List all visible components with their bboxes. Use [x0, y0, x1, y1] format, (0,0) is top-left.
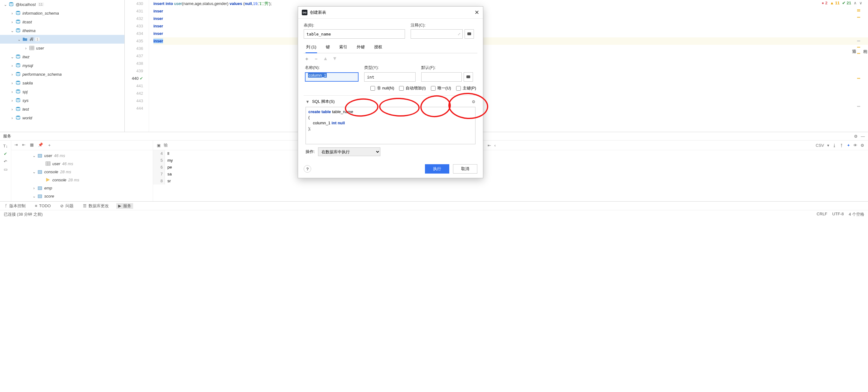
check-icon[interactable]: ✔ [4, 152, 7, 156]
svc-item-console[interactable]: ⌄console28 ms [11, 168, 153, 176]
services-tool[interactable]: ▶ 服务 [116, 203, 133, 209]
gear-icon[interactable]: ⚙ [861, 143, 864, 148]
svc-item-console[interactable]: console28 ms [11, 176, 153, 184]
move-up-button[interactable]: ▲ [323, 56, 328, 62]
action-select[interactable]: 在数据库中执行 [318, 148, 380, 156]
pin-icon[interactable]: 📌 [38, 142, 43, 148]
svg-rect-32 [46, 162, 50, 165]
column-type-input[interactable] [364, 72, 415, 81]
csv-label[interactable]: CSV [816, 143, 824, 148]
tree-item-sakila[interactable]: ›sakila [0, 78, 124, 87]
tree-item-itcast[interactable]: ›itcast [0, 18, 124, 26]
svg-point-19 [16, 81, 20, 82]
svg-point-13 [16, 55, 20, 56]
services-title: 服务 [3, 133, 11, 139]
chevron-down-icon[interactable]: ▼ [306, 99, 310, 104]
text-icon[interactable]: T↓ [3, 144, 7, 148]
svg-point-24 [16, 101, 20, 102]
default-preview-button[interactable] [464, 72, 473, 81]
svg-point-14 [16, 57, 20, 58]
auto-increment-checkbox[interactable]: 自动增加(I) [399, 86, 426, 91]
tree-item-spj[interactable]: ›spj [0, 87, 124, 96]
collapse-icon[interactable]: ⇤ [22, 142, 26, 148]
primary-key-checkbox[interactable]: 主键(P) [456, 86, 476, 91]
line-separator[interactable]: CRLF [816, 211, 827, 217]
tree-item-performance_schema[interactable]: ›performance_schema [0, 70, 124, 78]
expand-icon[interactable]: ⤢ [458, 32, 461, 36]
code-area[interactable]: insert into user(name,age,status,gender)… [149, 0, 868, 132]
sql-preview[interactable]: create table table_name ( column_1 int n… [306, 107, 475, 144]
tree-item-test[interactable]: ›test [0, 105, 124, 113]
tree-item-mysql[interactable]: ›mysql [0, 61, 124, 70]
close-icon[interactable]: ✕ [474, 9, 479, 16]
tree-item-itheima[interactable]: ⌄itheima [0, 26, 124, 35]
cancel-button[interactable]: 取消 [453, 164, 477, 173]
db-changes-tool[interactable]: ☰ 数据库更改 [81, 203, 111, 209]
gear-icon[interactable]: ⚙ [472, 99, 475, 104]
tree-root[interactable]: ⌄@localhost11 [0, 0, 124, 9]
todo-tool[interactable]: ≡ TODO [33, 203, 53, 208]
eye-icon[interactable]: 👁 [854, 143, 858, 148]
tool-window-bar: ᚶ 版本控制 ≡ TODO ⊘ 问题 ☰ 数据库更改 ▶ 服务 [0, 201, 868, 210]
tree-item-world[interactable]: ›world [0, 113, 124, 122]
not-null-checkbox[interactable]: 非 null(N) [370, 86, 394, 91]
tree-item-information_schema[interactable]: ›information_schema [0, 9, 124, 18]
tree-item-sys[interactable]: ›sys [0, 96, 124, 105]
svg-rect-8 [30, 46, 34, 50]
svg-point-26 [16, 109, 20, 110]
remove-column-button[interactable]: － [314, 56, 319, 62]
upload-icon[interactable]: ⭱ [840, 143, 844, 148]
database-tree[interactable]: ⌄@localhost11›information_schema›itcast⌄… [0, 0, 125, 132]
prev-page-icon[interactable]: ‹ [494, 143, 495, 148]
first-page-icon[interactable]: ⇤ [488, 143, 491, 148]
unique-checkbox[interactable]: 唯一(U) [431, 86, 451, 91]
move-down-button[interactable]: ▼ [332, 56, 337, 62]
tab-grants[interactable]: 授权 [373, 42, 383, 53]
svg-point-28 [16, 118, 20, 119]
execute-button[interactable]: 执行 [425, 164, 449, 173]
table-name-label: 表(B): [304, 23, 405, 28]
problems-tool[interactable]: ⊘ 问题 [58, 203, 75, 209]
help-button[interactable]: ? [304, 165, 311, 173]
svg-point-17 [16, 72, 20, 73]
indent[interactable]: 4 个空格 [849, 211, 864, 217]
tab-columns[interactable]: 列 (1) [306, 42, 317, 53]
status-bar: 已连接 (38 分钟 之前) CRLF UTF-8 4 个空格 [0, 210, 868, 218]
run-icon[interactable]: ▣ [157, 143, 161, 148]
grid-icon[interactable]: ▦ [30, 142, 34, 148]
column-default-input[interactable] [421, 72, 462, 81]
tree-item-表[interactable]: ⌄表1 [0, 35, 124, 44]
comment-input[interactable]: ⤢ [411, 29, 463, 39]
dialog-title: 创建新表 [310, 10, 474, 15]
svg-point-18 [16, 74, 20, 76]
table-name-input[interactable] [304, 29, 405, 39]
tree-item-user[interactable]: ›user [0, 44, 124, 52]
minimize-icon[interactable]: — [861, 134, 865, 139]
tab-foreign-keys[interactable]: 外键 [356, 42, 365, 53]
svc-item-emp[interactable]: ›emp [11, 184, 153, 192]
column-name-input[interactable]: column_1 [305, 72, 359, 81]
undo-icon[interactable]: ↶ [4, 159, 7, 164]
tree-item-itwz[interactable]: ⌄itwz [0, 52, 124, 61]
download-icon[interactable]: ⭳ [833, 143, 837, 148]
tab-indexes[interactable]: 索引 [339, 42, 348, 53]
error-stripe[interactable] [857, 0, 860, 119]
svc-item-user[interactable]: ⌄user46 ms [11, 152, 153, 160]
layout-icon[interactable]: ▭ [4, 167, 7, 172]
create-table-dialog: DG 创建新表 ✕ 表(B): 注释(C): ⤢ [298, 6, 483, 178]
vc-tool[interactable]: ᚶ 版本控制 [3, 203, 27, 209]
gear-icon[interactable]: ⚙ [854, 134, 858, 139]
tab-keys[interactable]: 键 [325, 42, 331, 53]
svg-point-23 [16, 98, 20, 99]
comment-preview-button[interactable] [465, 29, 474, 39]
encoding[interactable]: UTF-8 [832, 211, 844, 217]
svc-item-score[interactable]: ⌄score [11, 192, 153, 200]
expand-icon[interactable]: ⇥ [14, 142, 18, 148]
svc-item-user[interactable]: user46 ms [11, 160, 153, 168]
svg-point-5 [16, 22, 20, 23]
add-icon[interactable]: ＋ [48, 142, 52, 148]
add-column-button[interactable]: ＋ [304, 56, 309, 62]
datagrip-icon: DG [302, 10, 307, 15]
refresh-icon[interactable]: ✦ [847, 143, 850, 148]
svg-rect-38 [38, 187, 42, 190]
